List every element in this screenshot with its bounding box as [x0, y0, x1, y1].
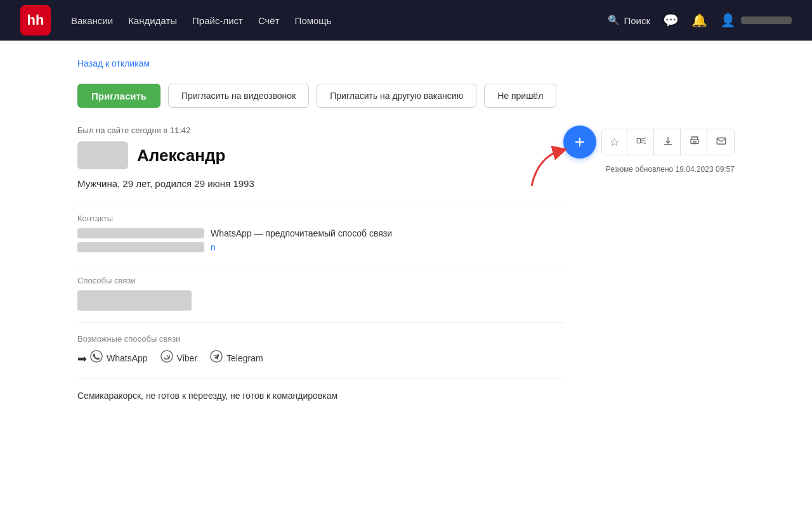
contact-row-email: n [77, 242, 563, 252]
star-button[interactable]: ☆ [602, 129, 627, 155]
header: hh Вакансии Кандидаты Прайс-лист Счёт По… [0, 0, 812, 41]
scissors-button[interactable] [629, 129, 654, 155]
ways-row [77, 290, 563, 311]
print-icon [689, 135, 700, 150]
search-button[interactable]: 🔍 Поиск [608, 15, 650, 26]
email-button[interactable] [709, 129, 734, 155]
bell-icon[interactable]: 🔔 [691, 13, 707, 28]
email-blur [77, 242, 204, 252]
nav-candidates[interactable]: Кандидаты [128, 15, 177, 26]
download-icon [662, 135, 674, 150]
whatsapp-icon: ➡ [77, 350, 103, 366]
invite-video-button[interactable]: Пригласить на видеозвонок [168, 84, 309, 108]
print-button[interactable] [682, 129, 707, 155]
last-seen: Был на сайте сегодня в 11:42 [77, 126, 563, 135]
nav-account[interactable]: Счёт [258, 15, 280, 26]
whatsapp-preferred: WhatsApp — предпочитаемый способ связи [211, 228, 392, 238]
user-menu[interactable]: 👤 [720, 13, 792, 28]
svg-point-0 [91, 351, 102, 362]
email-icon [716, 135, 727, 150]
nav-price[interactable]: Прайс-лист [192, 15, 243, 26]
viber-icon [160, 350, 173, 366]
candidate-toolbar: + ☆ [563, 126, 735, 174]
scissors-icon [636, 135, 647, 150]
icon-tools: ☆ [601, 129, 735, 155]
invite-other-button[interactable]: Пригласить на другую вакансию [317, 84, 476, 108]
arrow-wrapper: + [563, 126, 596, 158]
svg-point-1 [160, 351, 172, 362]
telegram-icon [210, 350, 223, 366]
divider-2 [77, 264, 563, 264]
candidate-name-row: Александр [77, 141, 563, 169]
back-link[interactable]: Назад к откликам [77, 58, 150, 68]
nav-vacancies[interactable]: Вакансии [71, 15, 113, 26]
telegram-label: Telegram [226, 353, 263, 363]
viber-item[interactable]: Viber [160, 350, 197, 366]
whatsapp-label: WhatsApp [107, 353, 148, 363]
whatsapp-item[interactable]: ➡ WhatsApp [77, 350, 148, 366]
contact-row-phone: WhatsApp — предпочитаемый способ связи [77, 228, 563, 238]
location: Семикаракорск, не готов к переезду, не г… [77, 391, 563, 401]
header-actions: 🔍 Поиск 💬 🔔 👤 [608, 13, 792, 28]
logo[interactable]: hh [20, 5, 51, 36]
main-content: Назад к откликам Пригласить Пригласить н… [57, 41, 755, 426]
action-buttons: Пригласить Пригласить на видеозвонок При… [77, 84, 735, 108]
contacts-label: Контакты [77, 214, 563, 223]
candidate-section: Был на сайте сегодня в 11:42 Александр М… [77, 126, 735, 401]
svg-rect-8 [717, 138, 726, 144]
avatar [77, 141, 128, 169]
search-icon: 🔍 [608, 15, 620, 26]
toolbar-top: + ☆ [563, 126, 735, 158]
download-button[interactable] [655, 129, 681, 155]
viber-label: Viber [177, 353, 197, 363]
ways-blur [77, 290, 192, 311]
possible-ways-label: Возможные способы связи [77, 334, 563, 344]
divider-4 [77, 378, 563, 379]
candidate-name: Александр [137, 146, 225, 165]
divider-1 [77, 202, 563, 202]
username-blur [741, 16, 792, 24]
not-come-button[interactable]: Не пришёл [484, 84, 556, 108]
star-icon: ☆ [610, 136, 619, 149]
svg-line-5 [640, 138, 645, 139]
svg-rect-3 [637, 138, 640, 143]
user-icon: 👤 [720, 13, 736, 28]
nav-help[interactable]: Помощь [295, 15, 332, 26]
resume-updated: Резюме обновлено 19.04.2023 09:57 [606, 165, 735, 174]
chat-icon[interactable]: 💬 [663, 13, 679, 28]
search-label: Поиск [624, 15, 650, 26]
add-button[interactable]: + [563, 126, 596, 158]
invite-button[interactable]: Пригласить [77, 84, 160, 108]
telegram-item[interactable]: Telegram [210, 350, 263, 366]
divider-3 [77, 322, 563, 323]
main-nav: Вакансии Кандидаты Прайс-лист Счёт Помощ… [71, 15, 587, 26]
ways-label: Способы связи [77, 276, 563, 285]
plus-icon: + [575, 132, 585, 152]
svg-line-6 [640, 142, 645, 143]
candidate-bio: Мужчина, 29 лет, родился 29 июня 1993 [77, 178, 563, 189]
possible-ways: ➡ WhatsApp [77, 350, 563, 366]
candidate-info: Был на сайте сегодня в 11:42 Александр М… [77, 126, 563, 401]
phone-blur [77, 228, 204, 238]
email-link[interactable]: n [211, 242, 216, 252]
